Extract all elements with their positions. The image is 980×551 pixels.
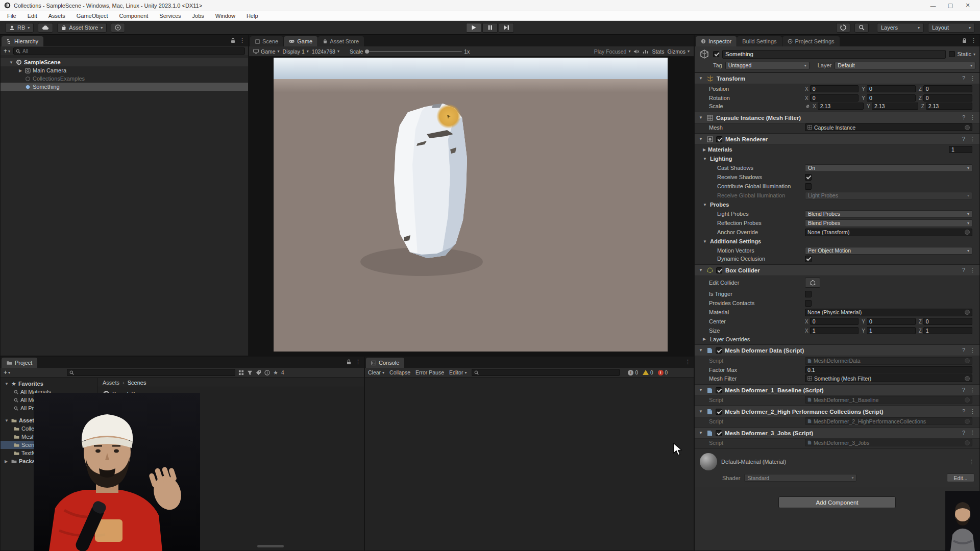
account-button[interactable]: RB ▾ bbox=[5, 23, 34, 33]
gameobject-cube-icon[interactable] bbox=[699, 48, 710, 60]
script-object-field[interactable]: MeshDeformerData bbox=[805, 357, 972, 365]
lock-icon[interactable] bbox=[231, 38, 235, 43]
kebab-icon[interactable]: ⋮ bbox=[970, 114, 975, 121]
console-menu-icon[interactable]: ⋮ bbox=[685, 359, 691, 365]
console-collapse-button[interactable]: Collapse bbox=[389, 369, 410, 375]
scale-slider[interactable] bbox=[365, 51, 462, 52]
console-log-area[interactable] bbox=[365, 378, 694, 550]
menu-file[interactable]: File bbox=[7, 13, 16, 19]
receive-gi-dropdown[interactable]: Light Probes ▾ bbox=[805, 192, 972, 199]
light-probes-dropdown[interactable]: Blend Probes ▾ bbox=[805, 210, 972, 218]
console-clear-button[interactable]: Clear ▾ bbox=[368, 369, 384, 375]
resolution-dropdown[interactable]: 1024x768 ▾ bbox=[312, 48, 339, 55]
foldout-icon[interactable]: ▼ bbox=[699, 348, 704, 353]
receive-shadows-checkbox[interactable] bbox=[805, 174, 812, 181]
layer-dropdown[interactable]: Default ▾ bbox=[835, 62, 975, 69]
object-picker-icon[interactable] bbox=[965, 397, 970, 403]
mesh-filter-ref-field[interactable]: Something (Mesh Filter) bbox=[805, 374, 972, 382]
tab-inspector[interactable]: Inspector bbox=[696, 36, 737, 46]
tab-scene[interactable]: Scene bbox=[250, 36, 283, 46]
foldout-icon[interactable]: ▼ bbox=[699, 268, 704, 272]
pause-button[interactable] bbox=[482, 23, 498, 33]
help-icon[interactable]: ? bbox=[962, 75, 965, 82]
hierarchy-item-collectionsexamples[interactable]: CollectionsExamples bbox=[1, 74, 248, 83]
static-checkbox[interactable] bbox=[949, 51, 955, 57]
object-picker-icon[interactable] bbox=[965, 310, 970, 315]
mesh-renderer-enabled-checkbox[interactable] bbox=[716, 136, 722, 142]
script-object-field[interactable]: MeshDeformer_3_Jobs bbox=[805, 439, 972, 446]
hierarchy-item-something[interactable]: Something bbox=[1, 83, 248, 91]
tab-project-settings[interactable]: Project Settings bbox=[782, 36, 840, 46]
maximize-button[interactable]: ▢ bbox=[947, 3, 953, 9]
factor-max-field[interactable]: 0.1 bbox=[805, 366, 972, 373]
project-favorites[interactable]: ▼ ★ Favorites bbox=[1, 380, 97, 388]
save-search-star-icon[interactable]: ★ bbox=[273, 369, 278, 376]
tab-game[interactable]: Game bbox=[284, 36, 317, 46]
tab-project[interactable]: Project bbox=[2, 358, 37, 368]
foldout-icon[interactable]: ▼ bbox=[5, 418, 9, 423]
script-object-field[interactable]: MeshDeformer_1_Baseline bbox=[805, 396, 972, 404]
add-component-button[interactable]: Add Component bbox=[778, 496, 896, 508]
game-viewport[interactable] bbox=[249, 57, 694, 356]
layout-dropdown[interactable]: Layout ▾ bbox=[928, 23, 975, 33]
menu-jobs[interactable]: Jobs bbox=[192, 13, 204, 19]
undo-history-button[interactable] bbox=[836, 23, 850, 33]
box-collider-enabled-checkbox[interactable] bbox=[716, 267, 722, 273]
foldout-icon[interactable]: ▼ bbox=[699, 388, 704, 392]
hierarchy-item-main-camera[interactable]: ▶ Main Camera bbox=[1, 66, 248, 74]
help-icon[interactable]: ? bbox=[962, 114, 965, 121]
console-error-pause-button[interactable]: Error Pause bbox=[415, 369, 444, 375]
kebab-icon[interactable]: ⋮ bbox=[970, 430, 975, 436]
object-picker-icon[interactable] bbox=[965, 376, 970, 381]
layers-dropdown[interactable]: Layers ▾ bbox=[877, 23, 924, 33]
object-picker-icon[interactable] bbox=[965, 125, 970, 130]
help-icon[interactable]: ? bbox=[962, 136, 965, 142]
play-button[interactable] bbox=[466, 23, 481, 33]
kebab-icon[interactable]: ⋮ bbox=[970, 408, 975, 415]
scale-x-field[interactable]: 2.13 bbox=[818, 103, 864, 110]
info-icon[interactable] bbox=[264, 370, 270, 375]
hierarchy-menu-icon[interactable]: ⋮ bbox=[239, 37, 245, 44]
kebab-icon[interactable]: ⋮ bbox=[970, 347, 975, 354]
kebab-icon[interactable]: ⋮ bbox=[970, 75, 975, 82]
motion-vectors-dropdown[interactable]: Per Object Motion ▾ bbox=[805, 247, 972, 255]
object-picker-icon[interactable] bbox=[965, 440, 970, 445]
kebab-icon[interactable]: ⋮ bbox=[970, 136, 975, 142]
script-enabled-checkbox[interactable] bbox=[716, 409, 722, 415]
probes-foldout[interactable]: ▼ Probes bbox=[695, 200, 979, 209]
object-picker-icon[interactable] bbox=[965, 358, 970, 363]
help-icon[interactable]: ? bbox=[962, 347, 965, 354]
foldout-icon[interactable]: ▼ bbox=[703, 157, 708, 161]
foldout-icon[interactable]: ▼ bbox=[703, 203, 708, 207]
search-button[interactable] bbox=[854, 23, 869, 33]
stats-button[interactable]: Stats bbox=[652, 48, 664, 55]
foldout-icon[interactable]: ▶ bbox=[18, 68, 23, 73]
play-focused-dropdown[interactable]: Play Focused ▾ bbox=[594, 48, 631, 55]
menu-edit[interactable]: Edit bbox=[28, 13, 37, 19]
edit-collider-button[interactable] bbox=[805, 278, 820, 288]
script-enabled-checkbox[interactable] bbox=[716, 347, 722, 354]
scale-slider-knob[interactable] bbox=[365, 49, 369, 54]
script-object-field[interactable]: MeshDeformer_2_HighPerformanceCollection… bbox=[805, 417, 972, 425]
menu-gameobject[interactable]: GameObject bbox=[77, 13, 108, 19]
mesh-filter-header[interactable]: ▼ Capsule Instance (Mesh Filter) ?⋮ bbox=[695, 112, 979, 123]
search-by-type-icon[interactable] bbox=[247, 370, 253, 375]
tag-dropdown[interactable]: Untagged ▾ bbox=[725, 62, 810, 69]
mesh-deformer-data-header[interactable]: ▼ Mesh Deformer Data (Script) ?⋮ bbox=[695, 345, 979, 356]
project-searchbox[interactable] bbox=[67, 369, 235, 376]
dynamic-occlusion-checkbox[interactable] bbox=[805, 256, 812, 262]
kebab-icon[interactable]: ⋮ bbox=[969, 459, 974, 465]
scale-y-field[interactable]: 2.13 bbox=[872, 103, 918, 110]
hidden-packages-icon[interactable] bbox=[238, 370, 244, 375]
rotation-y-field[interactable]: 0 bbox=[867, 94, 916, 102]
mute-audio-icon[interactable] bbox=[633, 49, 640, 54]
display-dropdown[interactable]: Display 1 ▾ bbox=[283, 48, 309, 55]
help-icon[interactable]: ? bbox=[962, 408, 965, 415]
cloud-button[interactable] bbox=[38, 23, 53, 33]
provides-contacts-checkbox[interactable] bbox=[805, 300, 812, 307]
mesh-deformer-2-header[interactable]: ▼ Mesh Deformer_2_High Performance Colle… bbox=[695, 406, 979, 417]
lock-icon[interactable] bbox=[347, 359, 351, 365]
gizmos-dropdown[interactable]: Gizmos ▾ bbox=[667, 48, 690, 55]
kebab-icon[interactable]: ⋮ bbox=[970, 267, 975, 273]
warning-counter[interactable]: 0 bbox=[643, 370, 653, 375]
